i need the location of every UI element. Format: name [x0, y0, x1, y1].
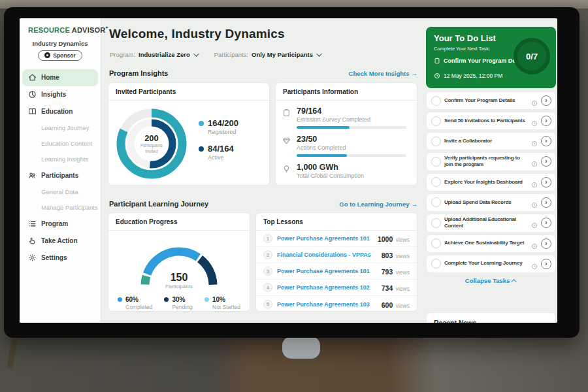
task-checkbox[interactable] [431, 218, 441, 228]
task-open-chevron[interactable]: › [541, 197, 551, 208]
filters-row: Program: Industrialize Zero Participants… [110, 51, 320, 58]
sidebar-item-general-data[interactable]: General Data [20, 184, 101, 200]
lesson-rank: 2 [263, 250, 272, 259]
task-open-chevron[interactable]: › [541, 116, 551, 126]
task-open-chevron[interactable]: › [541, 95, 551, 106]
legend-dot-not-started [204, 297, 209, 302]
check-more-insights-link[interactable]: Check More Insights→ [349, 70, 417, 77]
task-checkbox[interactable] [431, 137, 441, 146]
sidebar-item-program[interactable]: Program [20, 216, 101, 233]
task-row-upload-educational-content[interactable]: Upload Additional Educational Content › [426, 214, 556, 233]
sidebar-nav: Home Insights Education Learning Journey… [20, 69, 101, 267]
app-logo[interactable]: RESOURCE ADVISOR+ [20, 18, 101, 34]
task-row-upload-spend-data[interactable]: Upload Spend Data Records › [426, 193, 556, 212]
task-checkbox[interactable] [431, 116, 441, 126]
registered-label: Registered [208, 129, 238, 135]
sidebar-item-settings[interactable]: Settings [20, 250, 101, 267]
lesson-views: 600 [382, 301, 393, 309]
participants-information-card: Participants Information 79/164 Emission… [275, 82, 417, 186]
program-value: Industrialize Zero [139, 51, 190, 58]
task-checkbox[interactable] [431, 177, 441, 187]
task-checkbox[interactable] [431, 197, 441, 207]
sidebar-item-label: Home [41, 74, 59, 81]
task-row-verify-participants[interactable]: Verify participants requesting to join t… [426, 152, 556, 171]
sidebar-item-education[interactable]: Education [20, 103, 101, 120]
legend-dot-completed [118, 297, 122, 302]
book-icon [28, 107, 37, 116]
sidebar-item-label: Insights [41, 91, 66, 98]
go-to-learning-journey-link[interactable]: Go to Learning Journey→ [339, 201, 417, 208]
lesson-rank: 4 [263, 283, 272, 292]
clock-icon [531, 118, 538, 124]
top-lessons-card: Top Lessons 1 Power Purchase Agreements … [255, 212, 417, 312]
sidebar-item-education-content[interactable]: Education Content [20, 136, 101, 152]
task-row-invite-collaborator[interactable]: Invite a Collaborator › [426, 132, 556, 150]
insights-icon [28, 90, 37, 99]
task-open-chevron[interactable]: › [541, 136, 551, 146]
task-checkbox[interactable] [431, 96, 441, 106]
task-label: Verify participants requesting to join t… [444, 155, 528, 169]
legend-dot-registered [199, 121, 204, 126]
lesson-row: 1 Power Purchase Agreements 101 1000 vie… [256, 231, 417, 247]
lesson-title-link[interactable]: Power Purchase Agreements 103 [277, 301, 377, 308]
pending-pct: 30% [172, 296, 185, 303]
task-label: Complete Your Learning Journey [444, 260, 528, 267]
lesson-row: 3 Power Purchase Agreements 101 793 view… [256, 263, 417, 280]
completed-pct: 60% [125, 296, 139, 303]
task-open-chevron[interactable]: › [541, 259, 551, 269]
task-row-confirm-program-details[interactable]: Confirm Your Program Details › [426, 91, 556, 110]
task-open-chevron[interactable]: › [541, 238, 551, 249]
task-row-complete-learning-journey[interactable]: Complete Your Learning Journey › [426, 255, 556, 273]
participants-value: Only My Participants [252, 51, 313, 58]
task-open-chevron[interactable]: › [541, 156, 551, 167]
consumption-value: 1,000 GWh [297, 163, 364, 172]
task-open-chevron[interactable]: › [541, 177, 551, 188]
task-checkbox[interactable] [431, 157, 441, 167]
invited-donut-chart: 200 ParticipantsInvited [114, 106, 189, 182]
participants-dropdown[interactable]: Participants: Only My Participants [214, 51, 320, 58]
task-open-chevron[interactable]: › [541, 218, 551, 228]
sidebar-item-learning-insights[interactable]: Learning Insights [20, 152, 101, 167]
lesson-title-link[interactable]: Power Purchase Agreements 102 [277, 284, 377, 291]
sidebar-item-home[interactable]: Home [22, 69, 98, 86]
clock-icon [531, 261, 538, 267]
pending-label: Pending [172, 304, 192, 310]
lesson-views: 734 [382, 284, 393, 292]
sidebar-item-label: Program [41, 220, 68, 227]
lesson-rank: 3 [263, 267, 272, 276]
lesson-title-link[interactable]: Power Purchase Agreements 101 [277, 235, 373, 242]
sponsor-badge[interactable]: Sponsor [38, 50, 82, 61]
sidebar-item-manage-participants[interactable]: Manage Participants [20, 200, 101, 216]
lesson-title-link[interactable]: Power Purchase Agreements 101 [277, 268, 377, 274]
task-row-send-invitations[interactable]: Send 50 Invitations to Participants › [426, 112, 556, 130]
sidebar-item-label: Learning Journey [41, 124, 89, 131]
sponsor-badge-icon [44, 52, 50, 58]
sidebar-item-insights[interactable]: Insights [20, 86, 101, 103]
sidebar-item-take-action[interactable]: Take Action [20, 233, 101, 250]
views-label: views [396, 286, 410, 292]
consumption-label: Total Global Consumption [297, 172, 364, 179]
lesson-row: 5 Power Purchase Agreements 103 600 view… [256, 296, 417, 312]
logo-resource: RESOURCE [28, 26, 70, 34]
collapse-tasks-link[interactable]: Collapse Tasks [426, 277, 556, 284]
task-checkbox[interactable] [431, 238, 441, 248]
clipboard-icon [434, 55, 440, 67]
lesson-row: 4 Power Purchase Agreements 102 734 view… [256, 280, 417, 296]
card-title: Top Lessons [256, 213, 417, 231]
sidebar-item-learning-journey[interactable]: Learning Journey [20, 120, 101, 136]
lesson-title-link[interactable]: Financial Considerations - VPPAs [277, 252, 377, 258]
emission-survey-bar [297, 126, 406, 129]
task-row-explore-insights[interactable]: Explore Your Insights Dashboard › [426, 173, 556, 191]
sidebar-item-participants[interactable]: Participants [20, 167, 101, 184]
sidebar-item-label: Manage Participants [41, 204, 98, 211]
lightbulb-icon [282, 163, 291, 179]
program-dropdown[interactable]: Program: Industrialize Zero [110, 51, 197, 58]
task-row-achieve-sustainability-target[interactable]: Achieve One Sustainability Target › [426, 235, 556, 253]
clock-icon [531, 158, 538, 165]
education-progress-gauge: 150 Participants [130, 236, 228, 289]
donut-center-value: 200 [144, 133, 159, 143]
views-label: views [396, 237, 410, 243]
emission-survey-value: 79/164 [297, 106, 406, 116]
task-checkbox[interactable] [431, 259, 441, 269]
donut-center-label: ParticipantsInvited [140, 143, 163, 154]
